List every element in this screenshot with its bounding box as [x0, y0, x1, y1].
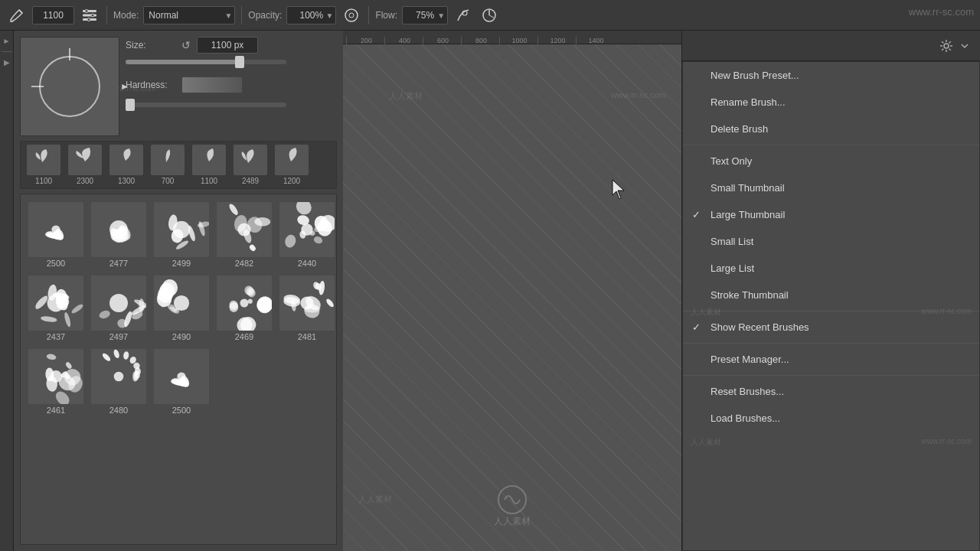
brush-grid-item[interactable]: 2481 [276, 272, 337, 344]
menu-item-show-recent-brushes[interactable]: Show Recent Brushes [683, 314, 979, 341]
brush-num-label: 2480 [109, 406, 128, 415]
brush-thumb-img [217, 276, 272, 331]
sidebar-toggle-icon[interactable]: ► [3, 37, 11, 45]
brush-grid-item[interactable]: 2440 [276, 199, 337, 271]
reset-size-icon[interactable]: ↺ [181, 39, 191, 51]
menu-separator [683, 343, 979, 344]
brush-settings-icon[interactable] [79, 5, 100, 26]
brush-grid-item[interactable]: 2477 [88, 199, 149, 271]
sidebar-expand-icon[interactable]: ▶ [4, 58, 10, 67]
menu-wm-4: www.rr-sc.com [921, 437, 972, 445]
svg-point-4 [85, 9, 88, 12]
hardness-slider-container[interactable] [126, 103, 337, 107]
smoothing-icon[interactable] [452, 5, 474, 26]
svg-point-177 [177, 372, 185, 380]
menu-item-small-thumbnail[interactable]: Small Thumbnail [683, 174, 979, 201]
ruler-mark-800: 800 [461, 37, 499, 44]
menu-item-rename-brush---[interactable]: Rename Brush... [683, 89, 979, 116]
recent-brush-item[interactable]: 1100 [189, 145, 229, 185]
brush-num-label: 2500 [47, 259, 65, 268]
flow-input[interactable]: 75% [402, 6, 448, 24]
svg-point-101 [174, 295, 189, 311]
brush-grid-container: 2500 2477 2499 2482 2440 [20, 194, 337, 545]
brush-grid-item[interactable]: 2500 [25, 199, 87, 271]
mode-select-wrapper[interactable]: Normal ▼ [143, 6, 235, 24]
angle-icon[interactable] [479, 5, 500, 26]
svg-point-32 [197, 220, 209, 228]
opacity-input[interactable]: 100% [286, 6, 336, 24]
brush-num-label: 2437 [47, 332, 65, 341]
preview-expand-icon[interactable]: ► [120, 81, 129, 92]
menu-item-large-list[interactable]: Large List [683, 255, 979, 282]
recent-brush-item[interactable]: 1200 [272, 145, 312, 185]
menu-item-preset-manager---[interactable]: Preset Manager... [683, 346, 979, 373]
brush-grid-item[interactable]: 2499 [151, 199, 212, 271]
gear-icon[interactable] [937, 37, 956, 55]
svg-point-92 [109, 294, 128, 312]
svg-point-125 [300, 296, 313, 309]
recent-brush-item[interactable]: 2300 [65, 145, 105, 185]
recent-brush-item[interactable]: 2489 [230, 145, 270, 185]
separator-3 [368, 6, 369, 24]
menu-item-load-brushes---[interactable]: Load Brushes... [683, 405, 979, 432]
brush-grid-item[interactable]: 2490 [151, 272, 212, 344]
recent-brush-item[interactable]: 1100 [24, 145, 64, 185]
hardness-slider-thumb[interactable] [126, 99, 135, 111]
svg-point-179 [498, 486, 526, 514]
hardness-row: Hardness: [126, 77, 337, 93]
size-slider-thumb[interactable] [235, 56, 244, 68]
brush-grid-item[interactable]: 2437 [25, 272, 87, 344]
brush-size-wrapper[interactable]: 1100 [32, 6, 74, 24]
brush-thumb-img [28, 349, 83, 404]
brush-tool-icon[interactable] [6, 5, 28, 26]
hardness-slider-track [126, 103, 286, 107]
mode-select[interactable]: Normal [143, 6, 235, 24]
brush-thumb-img [91, 276, 146, 331]
menu-item-reset-brushes---[interactable]: Reset Brushes... [683, 378, 979, 405]
collapse-icon[interactable] [956, 37, 974, 55]
brush-grid-item[interactable]: 2482 [214, 199, 275, 271]
brush-grid-item[interactable]: 2469 [214, 272, 275, 344]
svg-point-39 [248, 243, 256, 252]
menu-item-new-brush-preset---[interactable]: New Brush Preset... [683, 62, 979, 89]
horizontal-ruler: 200400600800100012001400 [343, 31, 681, 44]
menu-item-stroke-thumbnail[interactable]: Stroke Thumbnail [683, 282, 979, 308]
menu-separator [683, 375, 979, 376]
opacity-wrapper[interactable]: 100% ▼ [286, 6, 336, 24]
center-logo: 人人素材 [494, 484, 531, 528]
brush-num-label: 2440 [298, 259, 316, 268]
flow-wrapper[interactable]: 75% ▼ [402, 6, 448, 24]
svg-point-153 [53, 389, 72, 404]
svg-point-156 [65, 361, 74, 370]
hardness-bar [181, 77, 243, 93]
menu-item-text-only[interactable]: Text Only [683, 148, 979, 174]
recent-brush-label: 1300 [118, 177, 135, 185]
brush-grid-item[interactable]: 2461 [25, 346, 87, 418]
ruler-mark-200: 200 [346, 37, 384, 44]
recent-brush-label: 1200 [283, 177, 300, 185]
svg-point-158 [50, 370, 62, 383]
svg-point-46 [283, 233, 297, 249]
svg-point-82 [64, 311, 72, 328]
brush-grid-item[interactable]: 2480 [88, 346, 149, 418]
menu-item-small-list[interactable]: Small List [683, 228, 979, 255]
brush-size-input[interactable]: 1100 [32, 6, 74, 24]
canvas-body[interactable]: 人人素材 www.rr-sc.com 人人素材 人人素材 [343, 44, 681, 551]
size-label: Size: [126, 40, 175, 51]
ruler-mark-1000: 1000 [499, 37, 537, 44]
recent-brush-label: 700 [162, 177, 175, 185]
menu-item-delete-brush[interactable]: Delete Brush [683, 116, 979, 142]
crosshair-v [31, 86, 44, 87]
menu-item-large-thumbnail[interactable]: Large Thumbnail [683, 201, 979, 228]
svg-point-109 [256, 295, 272, 314]
recent-brush-item[interactable]: 700 [148, 145, 188, 185]
airbrush-icon[interactable] [341, 5, 362, 26]
right-panel: 人人素材 www.rr-sc.com 人人素材 www.rr-sc.com Ne… [681, 31, 980, 551]
brush-grid-item[interactable]: 2497 [88, 272, 149, 344]
ruler-mark-600: 600 [423, 37, 461, 44]
brush-grid-item[interactable]: 2500 [151, 346, 212, 418]
mode-label: Mode: [113, 10, 139, 21]
size-slider-container[interactable] [126, 60, 337, 64]
recent-brush-item[interactable]: 1300 [106, 145, 146, 185]
size-value-input[interactable]: 1100 px [197, 37, 258, 54]
